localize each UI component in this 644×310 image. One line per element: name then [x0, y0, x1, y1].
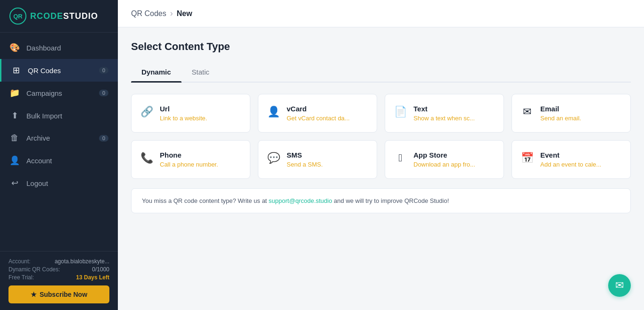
- card-event[interactable]: 📅 Event Add an event to cale...: [512, 140, 631, 179]
- card-email-desc: Send an email.: [540, 115, 581, 122]
- archive-badge: 0: [99, 135, 108, 142]
- card-email-title: Email: [540, 105, 581, 113]
- card-vcard-title: vCard: [287, 105, 350, 113]
- account-value: agota.bialobzeskyte...: [55, 258, 109, 265]
- subscribe-button[interactable]: ★ Subscribe Now: [8, 285, 109, 303]
- qr-count-row: Dynamic QR Codes: 0/1000: [8, 266, 109, 273]
- qr-count-label: Dynamic QR Codes:: [8, 266, 60, 273]
- card-email[interactable]: ✉ Email Send an email.: [512, 94, 631, 133]
- phone-icon: 📞: [140, 152, 153, 164]
- trial-label: Free Trial:: [8, 274, 34, 281]
- logo-text: RCODESTUDIO: [30, 11, 98, 21]
- event-icon: 📅: [520, 152, 534, 164]
- sidebar-item-archive[interactable]: 🗑 Archive 0: [0, 127, 118, 149]
- content-area: Select Content Type Dynamic Static 🔗 Url…: [118, 27, 644, 310]
- account-label: Account:: [8, 258, 31, 265]
- card-text-title: Text: [413, 105, 475, 113]
- card-vcard-desc: Get vCard contact da...: [287, 115, 350, 122]
- sidebar-item-dashboard[interactable]: 🎨 Dashboard: [0, 36, 118, 59]
- card-app-store-desc: Download an app fro...: [413, 161, 475, 168]
- url-icon: 🔗: [140, 106, 153, 118]
- sidebar: QR RCODESTUDIO 🎨 Dashboard ⊞ QR Codes 0 …: [0, 0, 118, 310]
- account-row: Account: agota.bialobzeskyte...: [8, 258, 109, 265]
- breadcrumb-separator: ›: [170, 8, 173, 18]
- sidebar-item-label: Bulk Import: [26, 112, 62, 120]
- logo-icon: QR: [9, 8, 26, 25]
- card-text[interactable]: 📄 Text Show a text when sc...: [385, 94, 504, 133]
- campaigns-icon: 📁: [9, 88, 20, 98]
- card-sms-title: SMS: [287, 151, 323, 159]
- qr-codes-badge: 0: [99, 67, 108, 74]
- card-app-store-title: App Store: [413, 151, 475, 159]
- qr-count-value: 0/1000: [92, 266, 109, 273]
- text-icon: 📄: [394, 106, 407, 118]
- archive-icon: 🗑: [9, 133, 20, 143]
- vcard-icon: 👤: [267, 106, 280, 118]
- subscribe-star-icon: ★: [31, 291, 37, 298]
- card-phone-title: Phone: [160, 151, 218, 159]
- card-url-title: Url: [160, 105, 207, 113]
- sidebar-footer: Account: agota.bialobzeskyte... Dynamic …: [0, 251, 118, 310]
- notice-suffix: and we will try to improve QRCode Studio…: [334, 197, 449, 204]
- tab-dynamic[interactable]: Dynamic: [131, 63, 182, 82]
- dashboard-icon: 🎨: [9, 42, 20, 53]
- tab-static[interactable]: Static: [182, 63, 220, 82]
- logo: QR RCODESTUDIO: [0, 0, 118, 33]
- card-event-title: Event: [540, 151, 601, 159]
- sms-icon: 💬: [267, 152, 280, 164]
- trial-value: 13 Days Left: [76, 274, 109, 281]
- card-text-desc: Show a text when sc...: [413, 115, 475, 122]
- logout-icon: ↩: [9, 178, 20, 188]
- breadcrumb-link[interactable]: QR Codes: [131, 9, 166, 18]
- sidebar-item-logout[interactable]: ↩ Logout: [0, 172, 118, 194]
- app-store-icon: : [394, 152, 407, 164]
- notice-text: You miss a QR code content type?: [142, 197, 236, 204]
- content-type-grid: 🔗 Url Link to a website. 👤 vCard Get vCa…: [131, 94, 631, 179]
- sidebar-item-bulk-import[interactable]: ⬆ Bulk Import: [0, 104, 118, 127]
- page-title: Select Content Type: [131, 41, 631, 53]
- nav-items: 🎨 Dashboard ⊞ QR Codes 0 📁 Campaigns 0 ⬆…: [0, 33, 118, 251]
- card-app-store[interactable]:  App Store Download an app fro...: [385, 140, 504, 179]
- breadcrumb: QR Codes › New: [118, 0, 644, 27]
- card-phone-desc: Call a phone number.: [160, 161, 218, 168]
- sidebar-item-label: Archive: [26, 134, 50, 142]
- breadcrumb-current: New: [177, 9, 192, 18]
- campaigns-badge: 0: [99, 90, 108, 96]
- sidebar-item-account[interactable]: 👤 Account: [0, 149, 118, 172]
- bulk-import-icon: ⬆: [9, 110, 20, 121]
- sidebar-item-label: QR Codes: [28, 67, 61, 75]
- card-url[interactable]: 🔗 Url Link to a website.: [131, 94, 250, 133]
- sidebar-item-label: Logout: [26, 179, 48, 187]
- trial-row: Free Trial: 13 Days Left: [8, 274, 109, 281]
- card-sms-desc: Send a SMS.: [287, 161, 323, 168]
- card-url-desc: Link to a website.: [160, 115, 207, 122]
- sidebar-item-label: Dashboard: [26, 44, 61, 52]
- card-sms[interactable]: 💬 SMS Send a SMS.: [258, 140, 377, 179]
- notice-email[interactable]: support@qrcode.studio: [269, 197, 332, 204]
- account-icon: 👤: [9, 155, 20, 166]
- sidebar-item-qr-codes[interactable]: ⊞ QR Codes 0: [0, 59, 118, 82]
- subscribe-label: Subscribe Now: [40, 291, 87, 298]
- main-content: QR Codes › New Select Content Type Dynam…: [118, 0, 644, 310]
- sidebar-item-campaigns[interactable]: 📁 Campaigns 0: [0, 82, 118, 104]
- card-vcard[interactable]: 👤 vCard Get vCard contact da...: [258, 94, 377, 133]
- qr-codes-icon: ⊞: [11, 65, 21, 75]
- notice-mid: Write us at: [238, 197, 269, 204]
- chat-icon: ✉: [615, 279, 624, 292]
- email-icon: ✉: [520, 106, 534, 118]
- notice-box: You miss a QR code content type? Write u…: [131, 188, 631, 213]
- chat-button[interactable]: ✉: [608, 274, 631, 297]
- sidebar-item-label: Account: [26, 157, 52, 165]
- tab-bar: Dynamic Static: [131, 63, 631, 83]
- sidebar-item-label: Campaigns: [26, 89, 62, 97]
- card-event-desc: Add an event to cale...: [540, 161, 601, 168]
- card-phone[interactable]: 📞 Phone Call a phone number.: [131, 140, 250, 179]
